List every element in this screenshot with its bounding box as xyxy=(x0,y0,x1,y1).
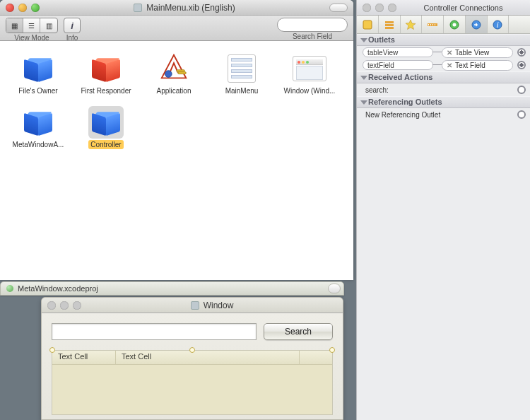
inspector-title: Controller Connections xyxy=(396,4,530,12)
cube-blue-icon xyxy=(88,106,124,139)
table-view[interactable]: Text Cell Text Cell xyxy=(52,350,333,415)
toolbar-toggle-pill[interactable] xyxy=(329,4,348,12)
svg-rect-6 xyxy=(385,27,394,29)
xib-object-label: Application xyxy=(155,86,194,95)
resize-handle-icon[interactable] xyxy=(329,347,335,353)
project-titlebar[interactable]: MetaWindow.xcodeproj xyxy=(0,281,344,296)
connection-port-icon[interactable] xyxy=(517,61,526,69)
xib-editor-window: MainMenu.xib (English) ▦ ☰ ▥ View Mode i… xyxy=(0,0,353,280)
tab-extra[interactable] xyxy=(509,16,530,33)
close-icon[interactable] xyxy=(363,4,371,12)
section-referencing-header[interactable]: Referencing Outlets xyxy=(357,96,530,108)
xib-title: MainMenu.xib (English) xyxy=(40,3,329,13)
app-icon xyxy=(156,52,192,85)
svg-rect-4 xyxy=(385,21,394,23)
xib-object[interactable]: Controller xyxy=(73,103,139,157)
project-pill[interactable] xyxy=(328,284,341,293)
disconnect-icon[interactable]: ✕ xyxy=(447,62,452,69)
window-icon xyxy=(292,52,327,85)
window-preview: Window Search Text Cell Text Cell xyxy=(41,297,343,420)
svg-rect-2 xyxy=(178,72,187,74)
minimize-icon[interactable] xyxy=(375,4,384,12)
zoom-icon[interactable] xyxy=(388,4,396,12)
svg-point-13 xyxy=(452,23,456,26)
project-status-icon xyxy=(6,285,13,292)
outlet-dest[interactable]: ✕Table View xyxy=(442,47,513,58)
view-mode-column-button[interactable]: ▥ xyxy=(40,18,57,33)
tab-attributes[interactable] xyxy=(379,16,401,33)
xib-object-label: File's Owner xyxy=(16,86,59,95)
resize-handle-icon[interactable] xyxy=(49,347,55,353)
tab-help[interactable]: i xyxy=(488,16,510,33)
connection-port-icon[interactable] xyxy=(517,86,526,94)
win2-title: Window xyxy=(81,301,343,310)
xib-object[interactable]: Application xyxy=(141,49,206,103)
table-header: Text Cell Text Cell xyxy=(52,351,332,365)
svg-rect-8 xyxy=(428,24,429,25)
tab-connections[interactable] xyxy=(466,16,488,33)
xib-object-label: First Responder xyxy=(78,86,133,95)
objects-canvas[interactable]: File's OwnerFirst ResponderApplicationMa… xyxy=(0,41,353,163)
cube-blue-icon xyxy=(20,106,56,139)
search-field-label: Search Field xyxy=(293,33,332,40)
xib-object-label: MainMenu xyxy=(223,86,261,95)
tab-identity[interactable] xyxy=(357,16,379,33)
close-icon[interactable] xyxy=(47,301,56,310)
search-input[interactable] xyxy=(277,18,348,32)
inspector-titlebar[interactable]: Controller Connections xyxy=(357,0,530,16)
outlet-row: tableView ✕Table View xyxy=(357,46,530,59)
section-outlets-header[interactable]: Outlets xyxy=(357,34,530,46)
project-title: MetaWindow.xcodeproj xyxy=(18,284,98,293)
view-mode-list-button[interactable]: ☰ xyxy=(23,18,40,33)
outlet-row: textField ✕Text Field xyxy=(357,59,530,71)
outlet-name[interactable]: textField xyxy=(363,60,433,70)
zoom-icon[interactable] xyxy=(31,4,40,12)
svg-rect-5 xyxy=(385,24,394,26)
xib-object[interactable]: Window (Wind... xyxy=(277,49,342,103)
tab-size[interactable] xyxy=(422,16,444,33)
view-mode-segment: ▦ ☰ ▥ xyxy=(6,18,58,33)
referencing-row: New Referencing Outlet xyxy=(357,108,530,121)
connection-port-icon[interactable] xyxy=(517,48,526,57)
win2-titlebar[interactable]: Window xyxy=(42,298,343,313)
connection-port-icon[interactable] xyxy=(517,110,526,119)
xib-toolbar: ▦ ☰ ▥ View Mode i Info ⌕ Search Field xyxy=(0,16,353,41)
inspector-panel: Controller Connections i Outlets tableVi… xyxy=(356,0,530,420)
outlet-name[interactable]: tableView xyxy=(363,47,433,57)
minimize-icon[interactable] xyxy=(60,301,69,310)
zoom-icon[interactable] xyxy=(73,301,81,310)
table-column[interactable]: Text Cell xyxy=(116,351,300,364)
xib-object[interactable]: MetaWindowA... xyxy=(6,103,71,157)
tab-effects[interactable] xyxy=(401,16,423,33)
minimize-icon[interactable] xyxy=(18,4,27,12)
menu-icon xyxy=(224,52,259,85)
xib-titlebar[interactable]: MainMenu.xib (English) xyxy=(0,0,353,16)
svg-rect-11 xyxy=(435,24,435,25)
proxy-icon xyxy=(191,301,199,310)
view-mode-label: View Mode xyxy=(14,34,49,42)
resize-handle-icon[interactable] xyxy=(189,347,195,353)
section-received-header[interactable]: Received Actions xyxy=(357,71,530,83)
xib-object-label: Window (Wind... xyxy=(282,86,338,95)
tab-bindings[interactable] xyxy=(444,16,466,33)
xib-object-label: MetaWindowA... xyxy=(11,140,66,149)
referencing-name: New Referencing Outlet xyxy=(363,111,513,119)
proxy-icon xyxy=(134,4,142,12)
inspector-tabs: i xyxy=(357,16,530,34)
view-mode-icon-button[interactable]: ▦ xyxy=(6,18,23,33)
xib-object[interactable]: File's Owner xyxy=(6,49,71,103)
xib-object[interactable]: First Responder xyxy=(73,49,139,103)
outlet-dest[interactable]: ✕Text Field xyxy=(442,60,513,71)
table-column[interactable]: Text Cell xyxy=(52,351,116,364)
close-icon[interactable] xyxy=(6,4,14,12)
search-button[interactable]: Search xyxy=(264,323,333,340)
info-label: Info xyxy=(66,34,78,42)
traffic-lights xyxy=(0,4,40,12)
svg-rect-3 xyxy=(363,21,372,29)
disconnect-icon[interactable]: ✕ xyxy=(447,49,452,57)
action-name: search: xyxy=(363,86,513,94)
cube-blue-icon xyxy=(20,52,56,85)
search-text-field[interactable] xyxy=(52,323,257,340)
info-button[interactable]: i xyxy=(64,18,81,33)
xib-object[interactable]: MainMenu xyxy=(209,49,274,103)
